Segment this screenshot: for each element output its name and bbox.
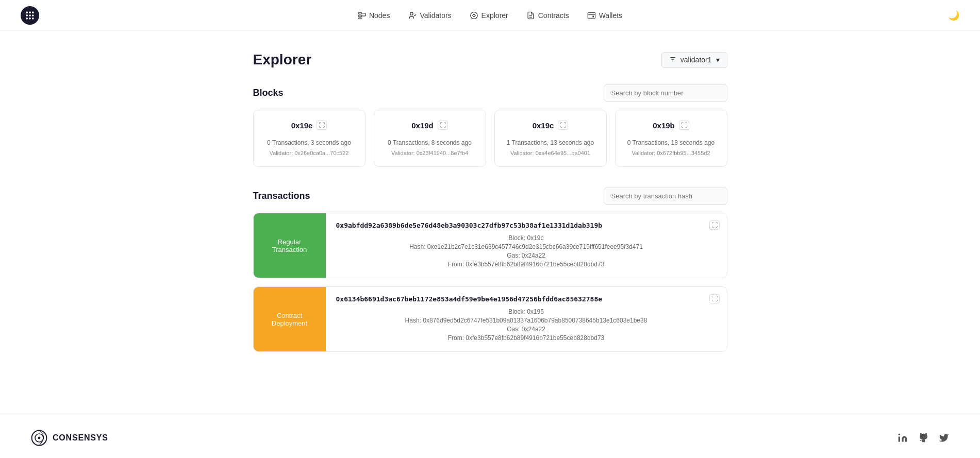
expand-block-3[interactable]: ⛶ [679, 121, 689, 130]
tx-details-1: ⛶ 0x6134b6691d3ac67beb1172e853a4df59e9be… [326, 287, 727, 351]
block-meta-0: 0 Transactions, 3 seconds ago [262, 138, 357, 148]
block-card-0: 0x19e ⛶ 0 Transactions, 3 seconds ago Va… [253, 110, 366, 167]
block-validator-0: Validator: 0x26e0ca0a...70c522 [262, 150, 357, 156]
tx-block-0: Block: 0x19c [336, 234, 717, 242]
network-name: validator1 [680, 56, 712, 64]
expand-block-0[interactable]: ⛶ [317, 121, 327, 130]
nav-label-explorer: Explorer [481, 11, 508, 20]
app-logo[interactable] [21, 6, 39, 25]
chevron-down-icon: ▾ [716, 56, 720, 64]
block-meta-3: 0 Transactions, 18 seconds ago [624, 138, 719, 148]
nodes-icon [358, 11, 366, 20]
contracts-icon [527, 11, 535, 20]
page-header: Explorer validator1 ▾ [253, 52, 727, 68]
svg-rect-19 [588, 12, 595, 18]
nav-label-validators: Validators [420, 11, 451, 20]
nav-label-contracts: Contracts [538, 11, 569, 20]
svg-rect-10 [358, 15, 361, 16]
svg-point-8 [32, 18, 34, 20]
tx-fullhash-1: Hash: 0x876d9ed5d2c6747fe531b09a01337a16… [336, 317, 717, 324]
transactions-section-header: Transactions [253, 188, 727, 205]
validators-icon [408, 11, 417, 20]
explorer-icon [470, 11, 478, 20]
block-validator-3: Validator: 0x672fbb95...3455d2 [624, 150, 719, 156]
transactions-section-title: Transactions [253, 191, 310, 201]
consensys-logo-icon [31, 430, 47, 446]
tx-gas-1: Gas: 0x24a22 [336, 326, 717, 333]
page-title: Explorer [253, 52, 312, 68]
svg-rect-11 [358, 18, 361, 19]
nav-label-nodes: Nodes [369, 11, 390, 20]
expand-tx-0[interactable]: ⛶ [709, 220, 720, 230]
svg-point-1 [29, 11, 31, 13]
svg-point-6 [26, 18, 28, 20]
filter-icon [669, 56, 676, 64]
footer-brand-name: CONSENSYS [53, 433, 108, 443]
tx-details-0: ⛶ 0x9abfdd92a6389b6de5e76d48eb3a90303c27… [326, 213, 727, 278]
footer-brand: CONSENSYS [31, 430, 108, 446]
transaction-card-0: Regular Transaction ⛶ 0x9abfdd92a6389b6d… [253, 213, 727, 278]
block-meta-2: 1 Transactions, 13 seconds ago [503, 138, 598, 148]
nav-item-nodes[interactable]: Nodes [358, 9, 390, 22]
svg-point-0 [26, 11, 28, 13]
svg-point-5 [32, 14, 34, 16]
twitter-icon[interactable] [939, 433, 949, 443]
tx-from-1: From: 0xfe3b557e8fb62b89f4916b721be55ceb… [336, 334, 717, 342]
block-card-1: 0x19d ⛶ 0 Transactions, 8 seconds ago Va… [374, 110, 486, 167]
tx-fullhash-0: Hash: 0xe1e21b2c7e1c31e639c457746c9d2e31… [336, 243, 717, 250]
block-hash-1: 0x19d [411, 121, 434, 130]
nav-item-validators[interactable]: Validators [408, 9, 451, 22]
main-content: Explorer validator1 ▾ Blocks 0x19e ⛶ 0 T… [243, 31, 738, 393]
block-card-2: 0x19c ⛶ 1 Transactions, 13 seconds ago V… [494, 110, 607, 167]
footer: CONSENSYS [0, 414, 980, 458]
svg-rect-27 [899, 437, 900, 442]
blocks-grid: 0x19e ⛶ 0 Transactions, 3 seconds ago Va… [253, 110, 727, 167]
footer-socials [898, 433, 949, 443]
block-meta-1: 0 Transactions, 8 seconds ago [383, 138, 477, 148]
tx-block-1: Block: 0x195 [336, 308, 717, 315]
svg-point-15 [410, 12, 413, 15]
block-hash-0: 0x19e [291, 121, 313, 130]
block-hash-2: 0x19c [533, 121, 554, 130]
blocks-search-input[interactable] [604, 84, 727, 101]
navbar: Nodes Validators Explorer [0, 0, 980, 31]
blocks-section-header: Blocks [253, 84, 727, 101]
block-validator-1: Validator: 0x23f41940...8e7fb4 [383, 150, 477, 156]
svg-point-16 [471, 12, 477, 19]
wallets-icon [588, 11, 596, 20]
transactions-section: Transactions Regular Transaction ⛶ 0x9ab… [253, 188, 727, 352]
tx-hash-1: 0x6134b6691d3ac67beb1172e853a4df59e9be4e… [336, 295, 603, 303]
tx-type-badge-0: Regular Transaction [254, 213, 326, 278]
transactions-search-input[interactable] [604, 188, 727, 205]
svg-point-20 [593, 16, 594, 17]
tx-hash-0: 0x9abfdd92a6389b6de5e76d48eb3a90303c27df… [336, 222, 603, 229]
block-hash-3: 0x19b [653, 121, 675, 130]
nav-item-explorer[interactable]: Explorer [470, 9, 508, 22]
linkedin-icon[interactable] [898, 433, 908, 443]
svg-point-26 [38, 437, 41, 439]
svg-point-28 [899, 434, 900, 435]
nav-label-wallets: Wallets [599, 11, 622, 20]
blocks-section-title: Blocks [253, 88, 284, 98]
svg-point-2 [32, 11, 34, 13]
block-card-3: 0x19b ⛶ 0 Transactions, 18 seconds ago V… [615, 110, 727, 167]
svg-point-7 [29, 18, 31, 20]
block-validator-2: Validator: 0xa4e64e95...ba0401 [503, 150, 598, 156]
svg-rect-9 [358, 12, 361, 14]
tx-type-badge-1: Contract Deployment [254, 287, 326, 351]
github-icon[interactable] [918, 433, 928, 443]
nav-item-contracts[interactable]: Contracts [527, 9, 569, 22]
svg-point-4 [29, 14, 31, 16]
svg-point-3 [26, 14, 28, 16]
network-selector[interactable]: validator1 ▾ [661, 52, 727, 68]
tx-from-0: From: 0xfe3b557e8fb62b89f4916b721be55ceb… [336, 261, 717, 268]
nav-items: Nodes Validators Explorer [358, 9, 622, 22]
nav-item-wallets[interactable]: Wallets [588, 9, 622, 22]
tx-gas-0: Gas: 0x24a22 [336, 252, 717, 259]
expand-block-1[interactable]: ⛶ [438, 121, 448, 130]
navbar-right: 🌙 [948, 10, 959, 21]
dark-mode-button[interactable]: 🌙 [948, 10, 959, 21]
expand-tx-1[interactable]: ⛶ [709, 294, 720, 303]
expand-block-2[interactable]: ⛶ [558, 121, 568, 130]
transaction-card-1: Contract Deployment ⛶ 0x6134b6691d3ac67b… [253, 286, 727, 352]
